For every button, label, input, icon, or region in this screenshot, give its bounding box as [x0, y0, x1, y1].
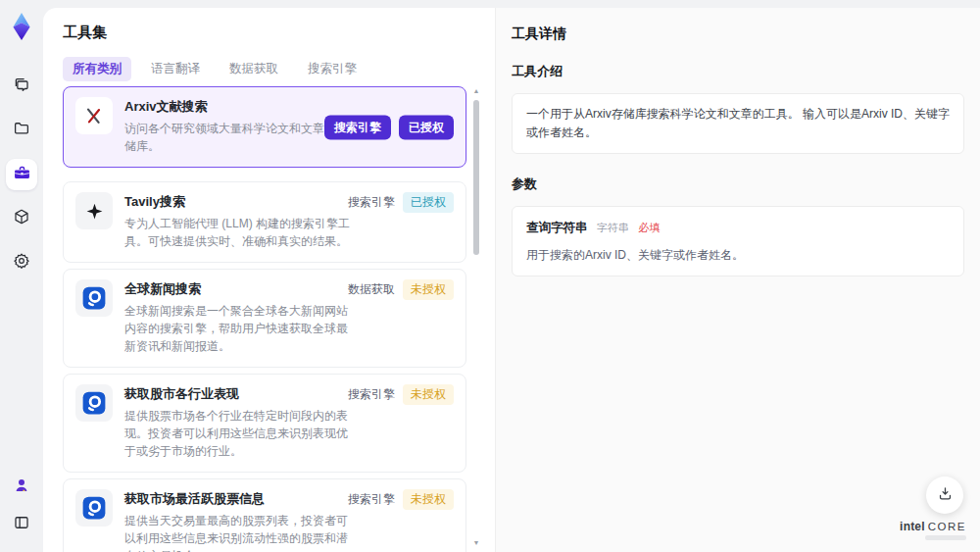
- category-tag: 搜索引擎: [348, 386, 395, 403]
- param-header: 查询字符串 字符串 必填: [526, 218, 950, 237]
- tool-card[interactable]: 获取股市各行业表现 提供股票市场各个行业在特定时间段内的表现。投资者可以利用这些…: [63, 374, 466, 473]
- avatar-icon: [13, 477, 30, 498]
- tool-meta: 搜索引擎 已授权: [348, 192, 454, 213]
- category-tabs: 所有类别 语言翻译 数据获取 搜索引擎: [63, 57, 367, 81]
- left-sidebar: [0, 0, 43, 552]
- tool-text: 获取市场最活跃股票信息 提供当天交易量最高的股票列表，投资者可以利用这些信息来识…: [124, 490, 356, 552]
- category-tab[interactable]: 数据获取: [220, 57, 288, 81]
- brand-intel: intel: [900, 520, 925, 533]
- param-name: 查询字符串: [526, 221, 588, 234]
- nav-files-button[interactable]: [6, 115, 37, 146]
- panel-toggle-icon: [13, 514, 30, 535]
- intro-box: 一个用于从Arxiv存储库搜索科学论文和文章的工具。 输入可以是Arxiv ID…: [512, 93, 964, 154]
- param-required-badge: 必填: [638, 222, 660, 233]
- tool-description: 全球新闻搜索是一个聚合全球各大新闻网站内容的搜索引擎，帮助用户快速获取全球最新资…: [124, 302, 356, 355]
- tool-description: 提供股票市场各个行业在特定时间段内的表现。投资者可以利用这些信息来识别表现优于或…: [124, 407, 356, 460]
- nav-packages-button[interactable]: [6, 203, 37, 234]
- intro-heading: 工具介绍: [512, 63, 964, 80]
- global-search-logo-icon: [75, 489, 113, 527]
- category-tab-label: 数据获取: [229, 62, 278, 75]
- category-tab-label: 语言翻译: [151, 62, 200, 75]
- tool-meta: 数据获取 未授权: [348, 279, 454, 300]
- category-tab[interactable]: 所有类别: [63, 57, 131, 81]
- download-icon: [937, 485, 954, 506]
- tool-title: Arxiv文献搜索: [124, 98, 356, 116]
- arxiv-logo-icon: [75, 97, 113, 134]
- category-tag: 搜索引擎: [324, 115, 391, 139]
- brand-core: core: [928, 521, 966, 532]
- auth-badge: 未授权: [403, 384, 454, 405]
- tool-text: 获取股市各行业表现 提供股票市场各个行业在特定时间段内的表现。投资者可以利用这些…: [124, 385, 356, 460]
- tool-description: 专为人工智能代理 (LLM) 构建的搜索引擎工具。可快速提供实时、准确和真实的结…: [124, 215, 356, 250]
- tool-title: 获取市场最活跃股票信息: [124, 490, 356, 508]
- global-search-logo-icon: [75, 279, 113, 317]
- tool-text: 全球新闻搜索 全球新闻搜索是一个聚合全球各大新闻网站内容的搜索引擎，帮助用户快速…: [124, 280, 356, 355]
- auth-badge: 已授权: [399, 115, 454, 139]
- tool-text: Arxiv文献搜索 访问各个研究领域大量科学论文和文章的存储库。: [124, 98, 356, 155]
- scrollbar-down-arrow[interactable]: ▼: [471, 538, 481, 548]
- intel-core-logo: intelcore: [900, 520, 966, 540]
- auth-badge: 未授权: [403, 489, 454, 510]
- category-tag: 数据获取: [348, 281, 395, 298]
- param-box: 查询字符串 字符串 必填 用于搜索的Arxiv ID、关键字或作者姓名。: [512, 206, 964, 276]
- tool-meta: 搜索引擎 未授权: [348, 384, 454, 405]
- chat-icon: [13, 75, 30, 97]
- tool-card[interactable]: 获取市场最活跃股票信息 提供当天交易量最高的股票列表，投资者可以利用这些信息来识…: [63, 478, 466, 552]
- tool-meta: 搜索引擎 已授权: [324, 115, 454, 139]
- folder-icon: [13, 120, 30, 141]
- nav-chat-button[interactable]: [6, 71, 37, 102]
- tool-card[interactable]: Tavily搜索 专为人工智能代理 (LLM) 构建的搜索引擎工具。可快速提供实…: [63, 181, 466, 263]
- tools-app: 工具集 所有类别 语言翻译 数据获取 搜索引擎: [0, 0, 980, 552]
- tool-description: 访问各个研究领域大量科学论文和文章的存储库。: [124, 120, 356, 155]
- main-content: 工具集 所有类别 语言翻译 数据获取 搜索引擎: [43, 8, 980, 552]
- tool-title: Tavily搜索: [124, 193, 356, 211]
- tool-title: 全球新闻搜索: [124, 280, 356, 298]
- download-button[interactable]: [926, 477, 963, 514]
- category-tab-label: 所有类别: [73, 62, 122, 75]
- tool-list: Arxiv文献搜索 访问各个研究领域大量科学论文和文章的存储库。 搜索引擎 已授…: [63, 86, 468, 552]
- tool-card[interactable]: Arxiv文献搜索 访问各个研究领域大量科学论文和文章的存储库。 搜索引擎 已授…: [63, 86, 466, 168]
- params-heading: 参数: [512, 176, 964, 193]
- tavily-logo-icon: [75, 192, 113, 229]
- tool-title: 获取股市各行业表现: [124, 385, 356, 403]
- app-logo-icon: [9, 12, 34, 41]
- category-tab-label: 搜索引擎: [308, 62, 357, 75]
- user-avatar-button[interactable]: [6, 472, 37, 503]
- detail-title: 工具详情: [512, 25, 964, 43]
- scrollbar-thumb[interactable]: [473, 100, 479, 255]
- list-scrollbar[interactable]: ▲ ▼: [471, 86, 481, 548]
- global-search-logo-icon: [75, 384, 113, 422]
- category-tab[interactable]: 语言翻译: [141, 57, 210, 81]
- category-tab[interactable]: 搜索引擎: [298, 57, 367, 81]
- tool-card[interactable]: 全球新闻搜索 全球新闻搜索是一个聚合全球各大新闻网站内容的搜索引擎，帮助用户快速…: [63, 269, 466, 368]
- auth-badge: 已授权: [403, 192, 454, 213]
- category-tag: 搜索引擎: [348, 194, 395, 211]
- page-title: 工具集: [63, 24, 107, 42]
- param-description: 用于搜索的Arxiv ID、关键字或作者姓名。: [526, 246, 950, 265]
- cube-icon: [13, 208, 30, 229]
- category-tag: 搜索引擎: [348, 491, 395, 508]
- intro-text: 一个用于从Arxiv存储库搜索科学论文和文章的工具。 输入可以是Arxiv ID…: [526, 107, 950, 139]
- briefcase-icon: [13, 164, 31, 186]
- tool-meta: 搜索引擎 未授权: [348, 489, 454, 510]
- brand-sub-mark: [925, 535, 966, 540]
- tool-description: 提供当天交易量最高的股票列表，投资者可以利用这些信息来识别流动性强的股票和潜在的…: [124, 512, 356, 552]
- scrollbar-up-arrow[interactable]: ▲: [471, 86, 481, 96]
- gear-icon: [13, 252, 30, 274]
- nav-settings-button[interactable]: [6, 247, 37, 278]
- nav-tools-button[interactable]: [6, 159, 37, 190]
- tool-list-panel: 工具集 所有类别 语言翻译 数据获取 搜索引擎: [43, 8, 495, 552]
- auth-badge: 未授权: [403, 279, 454, 300]
- collapse-panel-button[interactable]: [6, 509, 37, 540]
- tool-text: Tavily搜索 专为人工智能代理 (LLM) 构建的搜索引擎工具。可快速提供实…: [124, 193, 356, 250]
- param-type: 字符串: [597, 222, 629, 233]
- tool-detail-panel: 工具详情 工具介绍 一个用于从Arxiv存储库搜索科学论文和文章的工具。 输入可…: [495, 8, 980, 552]
